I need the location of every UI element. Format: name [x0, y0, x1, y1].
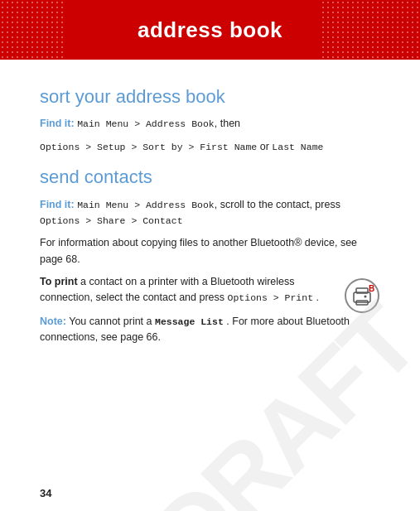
message-list-ref: Message List: [155, 316, 224, 327]
header-dots-left: [0, 0, 66, 60]
print-row: To print a contact on a printer with a B…: [40, 274, 380, 314]
send-find-it: Find it: Main Menu > Address Book, scrol…: [40, 197, 380, 229]
sort-options-text: Options > Setup > Sort by > First Name o…: [40, 139, 380, 155]
sort-find-it-label: Find it:: [40, 118, 75, 129]
svg-point-5: [364, 296, 367, 298]
header-title: address book: [138, 17, 282, 43]
sort-section: sort your address book Find it: Main Men…: [40, 86, 380, 155]
send-find-it-text: Main Menu > Address Book, scroll to the …: [40, 199, 340, 226]
copy-info-text: For information about copying files to a…: [40, 235, 380, 268]
send-heading: send contacts: [40, 166, 380, 188]
bluetooth-print-icon: B: [344, 277, 380, 314]
print-period: .: [316, 292, 319, 303]
print-menu: Options > Print: [228, 292, 314, 303]
header-dots-right: [321, 0, 420, 60]
sort-heading: sort your address book: [40, 86, 380, 108]
sort-last-name: Last Name: [272, 142, 323, 152]
send-section: send contacts Find it: Main Menu > Addre…: [40, 166, 380, 346]
print-text: To print a contact on a printer with a B…: [40, 274, 334, 306]
sort-find-it-text1: Main Menu > Address Book, then: [77, 118, 240, 129]
note-text-part1: You cannot print a: [69, 316, 155, 327]
svg-text:B: B: [369, 284, 374, 293]
page-header: address book: [0, 0, 420, 60]
note-label: Note:: [40, 316, 66, 327]
page-number: 34: [40, 487, 51, 499]
to-print-bold: To print: [40, 276, 78, 287]
sort-menu-path: Options > Setup > Sort by > First Name: [40, 142, 257, 152]
send-find-it-label: Find it:: [40, 199, 75, 210]
note-text: Note: You cannot print a Message List . …: [40, 314, 380, 346]
sort-or: or: [260, 141, 273, 152]
page-content: sort your address book Find it: Main Men…: [0, 60, 420, 368]
sort-find-it: Find it: Main Menu > Address Book, then: [40, 116, 380, 132]
